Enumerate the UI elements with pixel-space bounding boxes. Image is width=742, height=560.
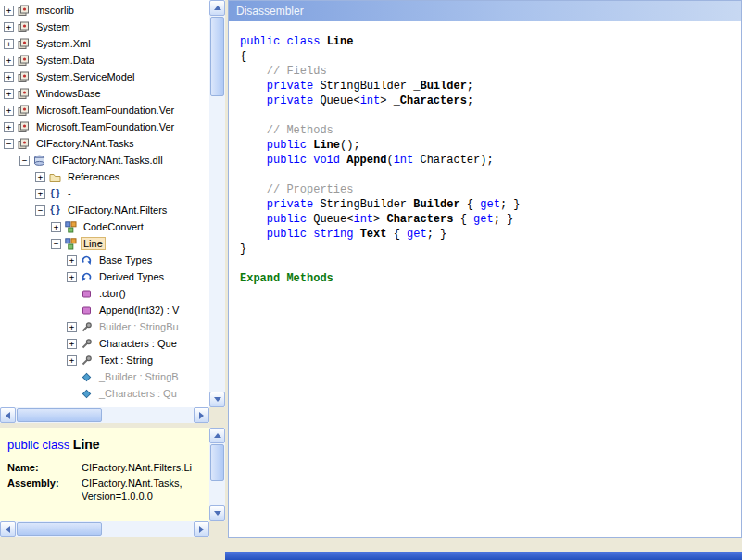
tree-item[interactable]: +WindowsBase bbox=[0, 85, 209, 102]
expand-toggle-icon[interactable]: + bbox=[51, 222, 61, 232]
tree-item[interactable]: +Microsoft.TeamFoundation.Ver bbox=[0, 118, 209, 135]
tree-vertical-scrollbar[interactable] bbox=[209, 0, 225, 407]
assembly-icon bbox=[17, 105, 31, 117]
tree-item[interactable]: +System.Xml bbox=[0, 35, 209, 52]
tree-item[interactable]: −CIFactory.NAnt.Tasks bbox=[0, 135, 209, 152]
expander-spacer bbox=[67, 389, 77, 399]
code-token: > bbox=[380, 94, 393, 107]
tree-item[interactable]: +Characters : Que bbox=[0, 335, 209, 352]
scroll-up-button[interactable] bbox=[209, 0, 225, 16]
scroll-left-icon bbox=[6, 412, 10, 419]
assembly-value-line1: CIFactory.NAnt.Tasks, bbox=[82, 478, 182, 489]
code-token: int bbox=[360, 94, 381, 107]
expand-toggle-icon[interactable]: + bbox=[4, 122, 14, 132]
expand-toggle-icon[interactable]: + bbox=[67, 255, 77, 266]
tree-item[interactable]: _Builder : StringB bbox=[0, 368, 209, 385]
scroll-down-button[interactable] bbox=[209, 505, 225, 521]
tree-item-label: Base Types bbox=[96, 254, 155, 267]
code-token: public bbox=[240, 213, 313, 226]
tree-item-label: Microsoft.TeamFoundation.Ver bbox=[33, 120, 177, 133]
signature-name: Line bbox=[73, 437, 100, 452]
method-icon bbox=[80, 305, 94, 317]
expand-toggle-icon[interactable]: + bbox=[4, 56, 14, 66]
scroll-down-button[interactable] bbox=[209, 392, 225, 407]
tree-item[interactable]: .ctor() bbox=[0, 285, 209, 302]
scroll-left-button[interactable] bbox=[0, 407, 16, 423]
expand-toggle-icon[interactable]: + bbox=[67, 339, 77, 349]
tree-item[interactable]: +mscorlib bbox=[0, 2, 209, 19]
expander-spacer bbox=[67, 372, 77, 382]
tree-item-label: System.Xml bbox=[33, 37, 94, 50]
code-token: // Methods bbox=[240, 124, 333, 137]
field-icon bbox=[80, 371, 94, 383]
scroll-right-button[interactable] bbox=[194, 407, 209, 423]
scroll-left-button[interactable] bbox=[0, 521, 16, 537]
code-token: // Properties bbox=[240, 183, 353, 196]
code-line: public string Text { get; } bbox=[240, 227, 741, 242]
tree-item-label: CIFactory.NAnt.Filters bbox=[65, 204, 170, 217]
collapse-toggle-icon[interactable]: − bbox=[35, 205, 45, 216]
expand-toggle-icon[interactable]: + bbox=[4, 6, 14, 16]
tree-item[interactable]: +Text : String bbox=[0, 352, 209, 368]
tree-item[interactable]: +System bbox=[0, 19, 209, 35]
scroll-up-icon bbox=[214, 6, 221, 10]
tree-item-label: Derived Types bbox=[96, 270, 167, 283]
code-token: Queue< bbox=[313, 213, 353, 226]
tree-item[interactable]: _Characters : Qu bbox=[0, 385, 209, 402]
code-token: { bbox=[386, 228, 407, 241]
code-token: > bbox=[373, 213, 386, 226]
scroll-right-button[interactable] bbox=[194, 521, 209, 537]
expand-toggle-icon[interactable]: + bbox=[67, 272, 77, 282]
info-vertical-scrollbar[interactable] bbox=[209, 428, 225, 521]
expand-toggle-icon[interactable]: + bbox=[4, 22, 14, 32]
tree-item-label: Line bbox=[81, 237, 106, 250]
expand-toggle-icon[interactable]: + bbox=[67, 355, 77, 366]
scroll-thumb[interactable] bbox=[17, 408, 102, 422]
code-token: Character); bbox=[413, 154, 493, 167]
tree-item[interactable]: −CIFactory.NAnt.Tasks.dll bbox=[0, 152, 209, 168]
tree-item[interactable]: −{}CIFactory.NAnt.Filters bbox=[0, 202, 209, 218]
code-token: Text bbox=[360, 228, 387, 241]
tree-item[interactable]: +Base Types bbox=[0, 252, 209, 268]
assembly-tree[interactable]: +mscorlib+System+System.Xml+System.Data+… bbox=[0, 0, 209, 407]
code-token: get bbox=[473, 213, 494, 226]
tree-item[interactable]: +Builder : StringBu bbox=[0, 318, 209, 335]
code-token: StringBuilder bbox=[320, 80, 413, 93]
signature-keywords: public class bbox=[7, 438, 69, 452]
expand-toggle-icon[interactable]: + bbox=[35, 172, 45, 182]
tree-horizontal-scrollbar[interactable] bbox=[0, 407, 209, 423]
expand-toggle-icon[interactable]: + bbox=[4, 39, 14, 49]
code-view[interactable]: public class Line{ // Fields private Str… bbox=[229, 21, 741, 286]
scroll-thumb[interactable] bbox=[210, 444, 224, 481]
collapse-toggle-icon[interactable]: − bbox=[51, 239, 61, 249]
tree-item[interactable]: −Line bbox=[0, 235, 209, 252]
code-line: private StringBuilder _Builder; bbox=[240, 79, 741, 93]
disassembler-title-bar[interactable]: Disassembler bbox=[229, 1, 741, 21]
tree-item[interactable]: +References bbox=[0, 168, 209, 185]
expand-toggle-icon[interactable]: + bbox=[67, 322, 77, 332]
tree-item[interactable]: +Derived Types bbox=[0, 268, 209, 285]
expand-toggle-icon[interactable]: + bbox=[4, 89, 14, 99]
scroll-thumb[interactable] bbox=[210, 17, 224, 96]
scroll-up-button[interactable] bbox=[209, 428, 225, 443]
code-token: Characters bbox=[386, 213, 453, 226]
tree-item-label: CIFactory.NAnt.Tasks.dll bbox=[49, 154, 166, 167]
tree-item[interactable]: +System.ServiceModel bbox=[0, 68, 209, 85]
expand-toggle-icon[interactable]: + bbox=[35, 189, 45, 199]
dll-icon bbox=[32, 155, 46, 167]
collapse-toggle-icon[interactable]: − bbox=[19, 156, 30, 166]
info-horizontal-scrollbar[interactable] bbox=[0, 521, 209, 537]
expand-toggle-icon[interactable]: + bbox=[4, 106, 14, 116]
tree-item[interactable]: +System.Data bbox=[0, 52, 209, 68]
tree-item[interactable]: +CodeConvert bbox=[0, 218, 209, 235]
expand-methods-link[interactable]: Expand Methods bbox=[240, 272, 333, 285]
tree-item[interactable]: Append(Int32) : V bbox=[0, 302, 209, 318]
expand-toggle-icon[interactable]: + bbox=[4, 72, 14, 82]
tree-item[interactable]: +Microsoft.TeamFoundation.Ver bbox=[0, 102, 209, 118]
tree-item[interactable]: +{}- bbox=[0, 185, 209, 202]
collapse-toggle-icon[interactable]: − bbox=[4, 139, 14, 149]
scroll-thumb[interactable] bbox=[17, 522, 102, 536]
expander-spacer bbox=[67, 305, 77, 316]
assembly-icon bbox=[17, 121, 31, 133]
code-line: public class Line bbox=[240, 34, 741, 49]
